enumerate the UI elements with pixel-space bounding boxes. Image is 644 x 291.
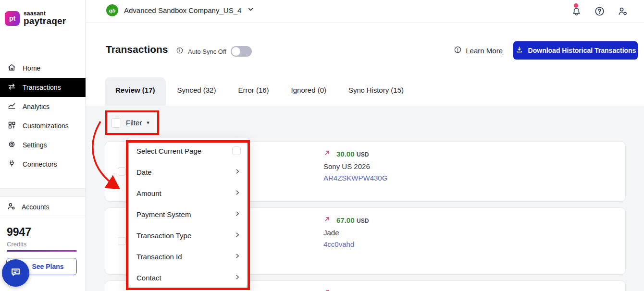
arrow-up-right-icon	[323, 149, 331, 158]
transaction-amount: 68.00	[336, 289, 355, 291]
transaction-amount: 67.00	[336, 216, 355, 224]
top-bar-icons	[570, 5, 629, 17]
menu-item-select-current-page[interactable]: Select Current Page	[127, 140, 249, 161]
tab-ignored[interactable]: Ignored (0)	[291, 86, 326, 106]
info-icon	[176, 47, 184, 56]
sidebar-divider-band	[0, 188, 85, 197]
menu-item-label: Payment System	[136, 210, 191, 218]
chevron-right-icon	[234, 274, 241, 282]
sidebar-item-customizations[interactable]: Customizations	[0, 116, 86, 135]
account-settings-icon[interactable]	[616, 5, 629, 17]
tab-error[interactable]: Error (16)	[238, 86, 269, 106]
chevron-right-icon	[234, 189, 241, 197]
tab-synced[interactable]: Synced (32)	[177, 86, 216, 106]
chevron-right-icon	[234, 253, 241, 261]
menu-item-date[interactable]: Date	[127, 161, 249, 182]
analytics-icon	[7, 101, 16, 112]
brand-name-bottom: paytraqer	[24, 16, 66, 26]
transaction-id-link[interactable]: AR4ZSKWPW430G	[323, 174, 387, 182]
credits-value: 9947	[7, 226, 31, 239]
notification-dot	[574, 3, 578, 8]
select-current-page-checkbox[interactable]	[232, 146, 241, 155]
sidebar-item-transactions[interactable]: Transactions	[0, 78, 86, 97]
toggle-knob	[232, 47, 240, 56]
sidebar-nav: Home Transactions Analytics Customizatio…	[0, 59, 86, 174]
sidebar-item-label: Connectors	[23, 160, 57, 168]
menu-item-label: Transaction Id	[136, 253, 182, 261]
filter-dropdown-menu: Select Current Page Date Amount Payment …	[127, 138, 249, 291]
chevron-right-icon	[234, 210, 241, 218]
menu-item-contact[interactable]: Contact	[127, 267, 249, 288]
sidebar-item-label: Customizations	[23, 122, 69, 130]
company-name: Advanced Sandbox Company_US_4	[124, 6, 241, 14]
page-title: Transactions	[106, 44, 168, 55]
transactions-content: Filter ▾ 30.00 USD Sony US 2026 AR4ZSKWP…	[86, 106, 644, 291]
menu-item-label: Date	[136, 168, 152, 176]
transaction-summary: 30.00 USD Sony US 2026 AR4ZSKWPW430G	[323, 149, 387, 182]
transaction-name: Sony US 2026	[323, 162, 387, 170]
brand-logo: pt saasant paytraqer	[5, 10, 66, 26]
page-header: Transactions Auto Sync Off Learn More Do…	[86, 23, 644, 106]
arrow-up-right-icon	[323, 216, 331, 225]
sidebar-item-analytics[interactable]: Analytics	[0, 97, 86, 116]
auto-sync-label: Auto Sync Off	[188, 48, 226, 55]
chat-bubble-icon	[9, 266, 22, 280]
sidebar-item-settings[interactable]: Settings	[0, 135, 86, 155]
sidebar-item-label: Settings	[23, 141, 47, 149]
tab-review[interactable]: Review (17)	[105, 77, 166, 106]
chevron-right-icon	[234, 231, 241, 240]
learn-more-link[interactable]: Learn More	[454, 46, 503, 56]
tab-bar: Review (17) Synced (32) Error (16) Ignor…	[105, 77, 426, 106]
download-historical-transactions-button[interactable]: Download Historical Transactions	[513, 41, 638, 60]
app-root: pt saasant paytraqer Home Transactions A…	[0, 0, 644, 291]
filter-button[interactable]: Filter	[126, 119, 142, 127]
info-icon	[454, 46, 462, 56]
filter-caret-icon[interactable]: ▾	[147, 120, 149, 126]
sidebar-item-label: Analytics	[23, 103, 50, 110]
menu-item-payment-system[interactable]: Payment System	[127, 204, 249, 225]
transaction-id-link[interactable]: 4cc0vahd	[323, 240, 369, 248]
help-icon[interactable]	[593, 5, 606, 17]
sidebar-item-home[interactable]: Home	[0, 59, 86, 78]
company-selector[interactable]: qb Advanced Sandbox Company_US_4	[106, 4, 254, 16]
menu-item-label: Contact	[136, 274, 161, 282]
menu-item-transaction-id[interactable]: Transaction Id	[127, 246, 249, 267]
credits-progress-bar	[7, 250, 77, 252]
auto-sync-control: Auto Sync Off	[176, 46, 252, 57]
row-checkbox[interactable]	[118, 168, 126, 176]
quickbooks-logo-icon: qb	[106, 4, 118, 16]
filter-annotation-box: Filter ▾	[105, 110, 159, 135]
connectors-icon	[7, 159, 16, 170]
menu-item-amount[interactable]: Amount	[127, 182, 249, 204]
transaction-currency: USD	[357, 218, 369, 224]
sidebar-item-label: Transactions	[23, 84, 61, 91]
select-all-checkbox[interactable]	[111, 118, 121, 128]
credits-label: Credits	[7, 241, 26, 248]
menu-item-label: Transaction Type	[136, 231, 191, 240]
sidebar-item-label: Home	[23, 64, 40, 72]
menu-item-transaction-type[interactable]: Transaction Type	[127, 225, 249, 246]
top-bar: qb Advanced Sandbox Company_US_4	[86, 0, 644, 23]
sidebar: pt saasant paytraqer Home Transactions A…	[0, 0, 86, 291]
transaction-amount: 30.00	[336, 150, 355, 158]
settings-icon	[7, 140, 16, 150]
menu-item-label: Select Current Page	[136, 147, 201, 155]
chat-widget-button[interactable]	[2, 259, 29, 287]
learn-more-label: Learn More	[466, 47, 503, 55]
download-button-label: Download Historical Transactions	[528, 47, 636, 54]
row-checkbox[interactable]	[118, 237, 126, 245]
transaction-summary: 67.00 USD Jade 4cc0vahd	[323, 216, 369, 248]
sidebar-item-connectors[interactable]: Connectors	[0, 155, 86, 174]
transactions-icon	[7, 82, 16, 93]
arrow-up-right-icon	[323, 289, 331, 291]
tab-sync-history[interactable]: Sync History (15)	[348, 86, 404, 106]
home-icon	[7, 63, 16, 73]
transaction-currency: USD	[357, 151, 369, 158]
chevron-right-icon	[234, 168, 241, 176]
auto-sync-toggle[interactable]	[231, 46, 252, 57]
user-gear-icon	[7, 202, 16, 212]
menu-item-label: Amount	[136, 189, 161, 197]
download-icon	[515, 46, 523, 55]
sidebar-item-accounts[interactable]: Accounts	[0, 198, 85, 216]
notification-bell-icon[interactable]	[570, 5, 582, 17]
